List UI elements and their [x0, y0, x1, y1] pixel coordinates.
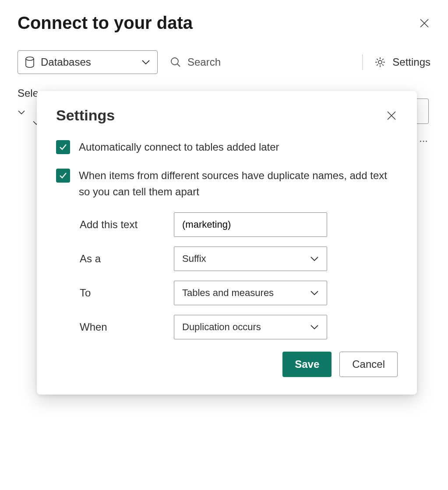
auto-connect-checkbox[interactable] — [56, 140, 70, 154]
chevron-down-icon — [18, 110, 25, 115]
close-icon — [420, 18, 429, 28]
modal-cancel-button[interactable]: Cancel — [339, 352, 398, 377]
more-menu[interactable]: ... — [419, 132, 428, 145]
as-a-label: As a — [80, 253, 174, 265]
chevron-down-icon — [310, 256, 319, 261]
chevron-down-icon — [310, 290, 319, 296]
close-button[interactable] — [418, 17, 430, 29]
to-value: Tables and measures — [182, 287, 274, 299]
divider — [362, 54, 363, 70]
when-select[interactable]: Duplication occurs — [174, 315, 327, 339]
search-icon — [170, 56, 181, 68]
to-select[interactable]: Tables and measures — [174, 281, 327, 305]
to-label: To — [80, 287, 174, 299]
svg-point-0 — [26, 57, 34, 60]
page-title: Connect to your data — [18, 13, 193, 33]
when-value: Duplication occurs — [182, 321, 261, 333]
when-label: When — [80, 321, 174, 333]
search-input[interactable]: Search — [166, 56, 351, 68]
duplicate-names-checkbox[interactable] — [56, 169, 70, 183]
auto-connect-label: Automatically connect to tables added la… — [79, 139, 279, 155]
gear-icon — [374, 56, 386, 68]
duplicate-names-label: When items from different sources have d… — [79, 167, 398, 200]
add-text-input[interactable] — [174, 212, 327, 237]
settings-button-label: Settings — [392, 56, 430, 68]
source-select-label: Databases — [41, 56, 91, 68]
source-select[interactable]: Databases — [18, 50, 158, 74]
add-text-label: Add this text — [80, 219, 174, 231]
settings-button[interactable]: Settings — [374, 56, 430, 68]
close-icon — [387, 111, 396, 120]
save-button[interactable]: Save — [282, 352, 332, 377]
database-icon — [25, 56, 35, 68]
svg-point-1 — [171, 58, 178, 65]
as-a-value: Suffix — [182, 253, 206, 264]
search-placeholder: Search — [187, 56, 221, 68]
settings-dialog: Settings Automatically connect to tables… — [37, 91, 417, 395]
dialog-title: Settings — [56, 107, 115, 124]
check-icon — [59, 171, 67, 180]
chevron-down-icon — [310, 324, 319, 330]
as-a-select[interactable]: Suffix — [174, 247, 327, 271]
chevron-down-icon — [141, 60, 150, 65]
dialog-close-button[interactable] — [385, 109, 398, 122]
svg-point-2 — [378, 60, 382, 64]
check-icon — [59, 143, 67, 152]
